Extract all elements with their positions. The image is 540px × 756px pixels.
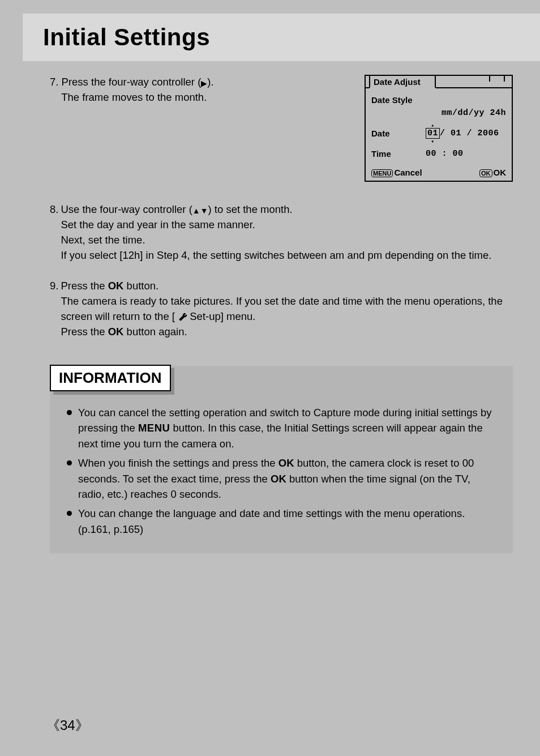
ok-glyph-icon: OK [108, 326, 124, 338]
lcd-row-style-value: mm/dd/yy 24h [371, 108, 506, 121]
info-header: INFORMATION [50, 365, 171, 391]
lcd-date-style-value: mm/dd/yy 24h [442, 108, 506, 118]
step-7-line2: The frame moves to the month. [61, 91, 207, 103]
ok-badge-icon: OK [479, 169, 492, 177]
lcd-row-date: Date 01/ 01 / 2006 [371, 121, 506, 146]
lcd-tab-decor [489, 75, 505, 82]
lcd-cancel-label: Cancel [394, 168, 422, 177]
lcd-footer: MENUCancel OKOK [366, 164, 512, 181]
title-bar: Initial Settings [23, 14, 540, 61]
menu-badge-icon: MENU [371, 169, 393, 177]
step-8: 8. Use the four-way controller (▲▼) to s… [50, 202, 513, 263]
page: Initial Settings 7. Press the four-way c… [23, 0, 540, 756]
ok-glyph-icon: OK [108, 280, 124, 292]
lcd-time-value: 00 : 00 [426, 149, 506, 159]
lcd-date-style-label: Date Style [371, 95, 426, 105]
lcd-date-value: 01/ 01 / 2006 [426, 128, 506, 139]
step-7-line1b: ). [207, 76, 213, 88]
step-7-row: 7. Press the four-way controller (▶). Th… [50, 75, 513, 182]
down-triangle-icon: ▼ [200, 205, 208, 216]
step-number: 9. [50, 279, 58, 339]
lcd-row-time: Time 00 : 00 [371, 146, 506, 162]
lcd-footer-left: MENUCancel [371, 168, 422, 177]
ok-glyph-icon: OK [271, 473, 286, 485]
lcd-date-label: Date [371, 129, 426, 138]
step-8-body: Use the four-way controller (▲▼) to set … [61, 202, 513, 263]
lcd-tab: Date Adjust [369, 75, 436, 88]
up-triangle-icon: ▲ [192, 205, 200, 216]
lcd-footer-right: OKOK [479, 168, 506, 177]
step-7-line1a: Press the four-way controller ( [62, 76, 202, 88]
info-item-2: When you finish the settings and press t… [67, 455, 496, 502]
information-box: INFORMATION You can cancel the setting o… [50, 366, 513, 553]
info-list: You can cancel the setting operation and… [67, 392, 496, 537]
ok-glyph-icon: OK [278, 457, 294, 469]
right-triangle-icon: ▶ [201, 78, 207, 89]
lcd-date-month-selected: 01 [426, 128, 440, 139]
menu-glyph-icon: MENU [138, 422, 170, 434]
step-9: 9. Press the OK button. The camera is re… [50, 279, 513, 339]
step-number: 7. [50, 76, 58, 88]
setup-wrench-icon [178, 312, 187, 321]
page-number: 《34》 [46, 716, 89, 734]
step-number: 8. [50, 202, 58, 263]
lcd-screen: Date Adjust Date Style mm/dd/yy 24h Date [365, 75, 513, 182]
angle-close-icon: 》 [75, 718, 89, 733]
lcd-date-rest: / 01 / 2006 [440, 129, 499, 138]
lcd-ok-label: OK [494, 168, 507, 177]
content-area: 7. Press the four-way controller (▶). Th… [23, 61, 540, 553]
info-item-1: You can cancel the setting operation and… [67, 405, 496, 452]
lcd-row-style: Date Style [371, 92, 506, 108]
angle-open-icon: 《 [46, 718, 60, 733]
step-7-text: 7. Press the four-way controller (▶). Th… [50, 75, 351, 105]
step-9-body: Press the OK button. The camera is ready… [61, 279, 513, 339]
info-header-wrap: INFORMATION [50, 365, 171, 391]
lcd-time-label: Time [371, 149, 426, 159]
info-item-3: You can change the language and date and… [67, 506, 496, 537]
page-title: Initial Settings [43, 24, 540, 51]
lcd-body: Date Style mm/dd/yy 24h Date 01/ 01 / 20… [366, 87, 512, 164]
